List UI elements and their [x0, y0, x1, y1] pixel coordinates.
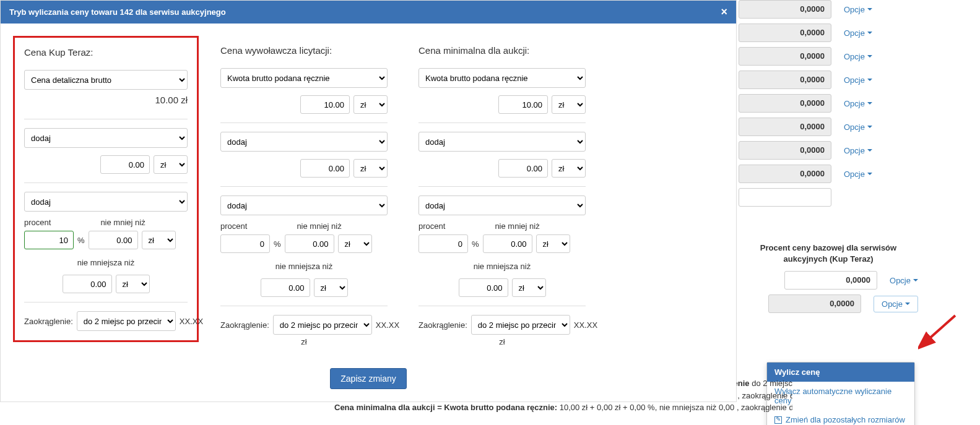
opcje-dropdown-button[interactable]: Opcje: [844, 28, 872, 38]
chevron-down-icon: [867, 149, 872, 152]
opcje-dropdown-button[interactable]: Opcje: [890, 276, 918, 285]
not-less-input[interactable]: [285, 234, 334, 253]
op1-select[interactable]: dodaj: [24, 128, 188, 148]
not-smaller-label: nie mniejsza niż: [24, 258, 188, 267]
not-smaller-unit-select[interactable]: zł: [512, 278, 546, 297]
opcje-dropdown-button[interactable]: Opcje: [844, 170, 872, 179]
currency-below: zł: [418, 337, 586, 346]
bg-price-input[interactable]: 0,0000: [739, 0, 831, 19]
base-price-select[interactable]: Cena detaliczna brutto: [24, 70, 188, 90]
percent-sign: %: [77, 236, 85, 245]
percent-sign: %: [472, 239, 479, 249]
price-calc-modal: Tryb wyliczania ceny towaru 142 dla serw…: [0, 0, 737, 402]
opcje-dropdown-button-active[interactable]: Opcje: [874, 296, 918, 312]
bg-price-input[interactable]: 0,0000: [739, 24, 831, 42]
edit-icon: [774, 416, 782, 424]
percent-input[interactable]: [220, 234, 270, 253]
bg-price-input[interactable]: 0,0000: [784, 271, 877, 290]
bg-price-input[interactable]: 0,0000: [768, 294, 861, 313]
bg-price-input[interactable]: 0,0000: [739, 165, 831, 183]
op1-value-input[interactable]: [300, 159, 350, 178]
percent-label: procent: [418, 221, 445, 231]
round-label: Zaokrąglenie:: [220, 320, 269, 330]
bg-price-input[interactable]: [739, 188, 831, 207]
chevron-down-icon: [867, 55, 872, 58]
bg-price-input[interactable]: 0,0000: [739, 118, 831, 136]
round-select[interactable]: do 2 miejsc po przecinku: [471, 315, 570, 335]
not-smaller-unit-select[interactable]: zł: [314, 278, 348, 297]
base-value-input[interactable]: [498, 95, 548, 114]
op1-select[interactable]: dodaj: [220, 132, 388, 152]
opcje-dropdown-button[interactable]: Opcje: [844, 5, 872, 14]
op2-select[interactable]: dodaj: [24, 192, 188, 212]
round-select[interactable]: do 2 miejsc po przecinku: [273, 315, 372, 335]
chevron-down-icon: [867, 32, 872, 34]
op1-value-input[interactable]: [100, 155, 150, 174]
save-button[interactable]: Zapisz zmiany: [330, 368, 406, 389]
col-title: Cena Kup Teraz:: [24, 47, 188, 58]
not-less-label: nie mniej niż: [297, 221, 341, 231]
op2-select[interactable]: dodaj: [418, 195, 586, 215]
bg-price-input[interactable]: 0,0000: [739, 47, 831, 66]
not-less-unit-select[interactable]: zł: [338, 234, 372, 253]
op1-select[interactable]: dodaj: [418, 132, 586, 152]
svg-line-0: [927, 316, 955, 340]
percent-label: procent: [220, 221, 247, 231]
round-label: Zaokrąglenie:: [418, 320, 467, 330]
not-less-label: nie mniej niż: [100, 218, 145, 227]
col-minimum-price: Cena minimalna dla aukcji: Kwota brutto …: [409, 36, 595, 356]
base-price-select[interactable]: Kwota brutto podana ręcznie: [418, 68, 586, 88]
price-display: 10.00 zł: [24, 90, 188, 110]
chevron-down-icon: [867, 8, 872, 11]
bg-price-input[interactable]: 0,0000: [739, 94, 831, 113]
modal-title: Tryb wyliczania ceny towaru 142 dla serw…: [9, 7, 226, 17]
chevron-down-icon: [867, 102, 872, 105]
not-less-unit-select[interactable]: zł: [536, 234, 570, 253]
col-title: Cena wywoławcza licytacji:: [220, 45, 388, 56]
not-smaller-unit-select[interactable]: zł: [116, 275, 150, 293]
round-select[interactable]: do 2 miejsc po przecinku: [77, 311, 176, 331]
opcje-dropdown-button[interactable]: Opcje: [844, 122, 872, 132]
percent-input[interactable]: [418, 234, 468, 253]
chevron-down-icon: [867, 173, 872, 175]
chevron-down-icon: [905, 303, 910, 305]
not-smaller-label: nie mniejsza niż: [418, 262, 586, 271]
bg-price-column: 0,0000Opcje 0,0000Opcje 0,0000Opcje 0,00…: [739, 0, 918, 318]
col-starting-price: Cena wywoławcza licytacji: Kwota brutto …: [211, 36, 397, 356]
base-unit-select[interactable]: zł: [552, 95, 586, 114]
percent-input[interactable]: [24, 231, 74, 249]
round-label: Zaokrąglenie:: [24, 317, 73, 326]
opcje-dropdown-button[interactable]: Opcje: [844, 75, 872, 85]
op2-select[interactable]: dodaj: [220, 195, 388, 215]
not-less-unit-select[interactable]: zł: [142, 231, 176, 249]
op1-value-input[interactable]: [498, 159, 548, 178]
not-smaller-input[interactable]: [63, 275, 112, 293]
opcje-dropdown-button[interactable]: Opcje: [844, 52, 872, 61]
modal-header: Tryb wyliczania ceny towaru 142 dla serw…: [1, 1, 736, 24]
base-value-input[interactable]: [300, 95, 350, 114]
bg-price-input[interactable]: 0,0000: [739, 141, 831, 160]
opcje-dropdown-button[interactable]: Opcje: [844, 146, 872, 155]
not-smaller-input[interactable]: [459, 278, 508, 297]
not-less-input[interactable]: [483, 234, 532, 253]
currency-below: zł: [220, 337, 388, 346]
op1-unit-select[interactable]: zł: [552, 159, 586, 178]
not-smaller-label: nie mniejsza niż: [220, 262, 388, 271]
percent-sign: %: [274, 239, 281, 249]
chevron-down-icon: [867, 126, 872, 128]
base-unit-select[interactable]: zł: [353, 95, 388, 114]
round-format: XX.XX: [376, 320, 399, 330]
chevron-down-icon: [913, 279, 918, 281]
base-price-select[interactable]: Kwota brutto podana ręcznie: [220, 68, 388, 88]
bg-price-input[interactable]: 0,0000: [739, 71, 831, 89]
percent-label: procent: [24, 218, 51, 227]
op1-unit-select[interactable]: zł: [353, 159, 388, 178]
not-smaller-input[interactable]: [261, 278, 310, 297]
chevron-down-icon: [867, 79, 872, 81]
close-icon[interactable]: ×: [721, 6, 727, 19]
op1-unit-select[interactable]: zł: [154, 155, 188, 174]
section-label: Procent ceny bazowej dla serwisów aukcyj…: [739, 236, 918, 271]
not-less-input[interactable]: [89, 231, 138, 249]
opcje-dropdown-button[interactable]: Opcje: [844, 99, 872, 108]
col-title: Cena minimalna dla aukcji:: [418, 45, 586, 56]
